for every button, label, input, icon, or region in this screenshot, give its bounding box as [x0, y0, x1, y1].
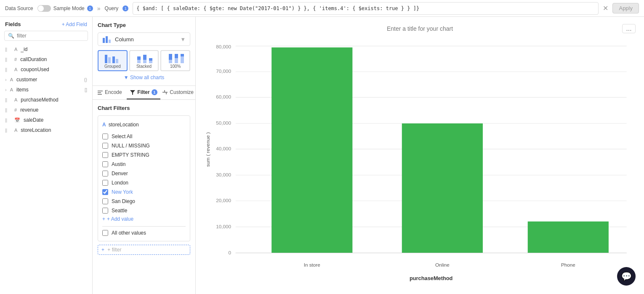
field-type-icon-revenue: || [5, 108, 12, 112]
field-str-icon-customer: A [10, 77, 13, 82]
sample-mode-toggle[interactable] [37, 5, 51, 12]
checkbox-austin[interactable] [102, 161, 108, 167]
svg-rect-15 [175, 54, 178, 58]
arrow-right-icon: » [97, 5, 101, 12]
field-type-icon-purchasemethod: || [5, 98, 12, 102]
option-label-austin: Austin [112, 161, 125, 167]
filter-option-austin: Austin [102, 160, 186, 168]
field-item-customer[interactable]: › A customer {} [0, 75, 92, 85]
query-input[interactable] [133, 2, 599, 15]
chart-title-input[interactable] [336, 25, 504, 32]
add-filter-input[interactable]: + + filter [98, 245, 190, 255]
checkbox-null-missing[interactable] [102, 143, 108, 149]
tab-customize[interactable]: Customize [160, 86, 195, 99]
svg-text:80,000: 80,000 [216, 44, 231, 49]
checkbox-select-all[interactable] [102, 134, 108, 139]
filter-panel: Chart Filters A storeLocation Select All… [93, 100, 195, 294]
chart-area: … 0 10,000 [196, 17, 644, 294]
checkbox-london[interactable] [102, 180, 108, 186]
sidebar-header: Fields + Add Field [0, 17, 92, 31]
chart-menu-button[interactable]: … [622, 24, 636, 33]
field-string-icon-id: A [14, 47, 17, 52]
svg-rect-25 [166, 93, 167, 94]
add-value-button[interactable]: + + Add value [102, 214, 133, 224]
field-item-storelocation[interactable]: || A storeLocation [0, 125, 92, 135]
svg-rect-18 [181, 56, 184, 63]
svg-rect-8 [137, 60, 141, 63]
add-field-button[interactable]: + Add Field [62, 21, 87, 27]
checkbox-seattle[interactable] [102, 208, 108, 214]
chevron-down-icon-small: ▼ [124, 75, 129, 80]
field-str-icon-couponused: A [14, 67, 17, 72]
chart-variant-stacked[interactable]: Stacked [129, 50, 159, 71]
svg-rect-3 [105, 55, 107, 63]
field-name-id: _id [21, 46, 87, 52]
checkbox-sandiego[interactable] [102, 198, 108, 204]
expand-icon-customer: › [5, 77, 7, 82]
chart-type-title: Chart Type [98, 22, 190, 28]
option-label-london: London [112, 180, 128, 186]
svg-text:0: 0 [229, 250, 232, 255]
option-label-empty-string: EMPTY STRING [112, 152, 149, 158]
clear-query-button[interactable]: ✕ [603, 4, 608, 12]
grouped-icon [104, 53, 121, 63]
svg-rect-24 [164, 90, 165, 92]
bar-label-instore: In store [304, 262, 320, 267]
bar-chart-svg: 0 10,000 20,000 30,000 40,000 50,000 60,… [204, 36, 636, 290]
tab-encode[interactable]: Encode [93, 86, 127, 99]
field-item-items[interactable]: › A items [] [0, 85, 92, 95]
show-all-charts-button[interactable]: ▼ Show all charts [98, 75, 190, 80]
field-item-couponused[interactable]: || A couponUsed [0, 64, 92, 75]
filter-badge: 1 [152, 89, 157, 95]
field-num-icon-callduration: # [14, 57, 17, 62]
apply-button[interactable]: Apply [612, 3, 639, 13]
field-item-purchasemethod[interactable]: || A purchaseMethod [0, 95, 92, 105]
filter-option-denver: Denver [102, 170, 186, 177]
chart-variants: Grouped Stacked [98, 50, 190, 71]
sidebar: Fields + Add Field 🔍 || A _id || # callD… [0, 17, 93, 294]
svg-rect-1 [106, 36, 108, 43]
filter-plus-icon: + [101, 247, 104, 253]
svg-rect-17 [181, 54, 184, 56]
hundred-percent-label: 100% [170, 64, 181, 69]
chart-type-section: Chart Type Column ▼ [93, 17, 195, 86]
bar-phone [528, 222, 609, 253]
stacked-label: Stacked [136, 64, 152, 69]
chart-variant-grouped[interactable]: Grouped [98, 50, 128, 71]
grouped-label: Grouped [104, 64, 121, 69]
svg-text:10,000: 10,000 [216, 224, 231, 229]
checkbox-newyork[interactable] [102, 189, 108, 195]
chart-svg-wrap: 0 10,000 20,000 30,000 40,000 50,000 60,… [204, 36, 636, 290]
chart-variant-100[interactable]: 100% [160, 50, 190, 71]
field-item-callduration[interactable]: || # callDuration [0, 54, 92, 64]
search-box: 🔍 [4, 31, 88, 41]
field-search-input[interactable] [17, 33, 84, 39]
chat-bubble-icon: 💬 [621, 271, 632, 281]
chart-type-select[interactable]: Column ▼ [98, 32, 190, 46]
svg-rect-9 [143, 55, 146, 60]
field-item-id[interactable]: || A _id [0, 44, 92, 54]
field-item-saledate[interactable]: || 📅 saleDate [0, 115, 92, 125]
field-str-icon-purchasemethod: A [14, 97, 17, 102]
field-type-icon-callduration: || [5, 57, 12, 62]
svg-text:40,000: 40,000 [216, 146, 231, 151]
checkbox-empty-string[interactable] [102, 152, 108, 158]
filter-option-null-missing: NULL / MISSING [102, 142, 186, 150]
field-type-icon-couponused: || [5, 67, 12, 72]
field-item-revenue[interactable]: || # revenue [0, 105, 92, 115]
option-label-null-missing: NULL / MISSING [112, 143, 150, 149]
chat-bubble-button[interactable]: 💬 [617, 267, 636, 286]
svg-rect-6 [116, 59, 118, 63]
tab-filter[interactable]: Filter 1 [127, 86, 161, 99]
sample-mode-label: Sample Mode [53, 5, 85, 11]
field-name-customer: customer [16, 77, 82, 83]
checkbox-denver[interactable] [102, 171, 108, 176]
field-name-items: items [16, 87, 82, 93]
svg-rect-14 [169, 60, 172, 63]
main-area: Fields + Add Field 🔍 || A _id || # callD… [0, 17, 644, 294]
checkbox-all-other[interactable] [102, 230, 108, 236]
bar-label-online: Online [435, 262, 450, 267]
field-type-icon-storelocation: || [5, 128, 12, 133]
option-label-sandiego: San Diego [112, 198, 135, 204]
filter-option-empty-string: EMPTY STRING [102, 151, 186, 159]
